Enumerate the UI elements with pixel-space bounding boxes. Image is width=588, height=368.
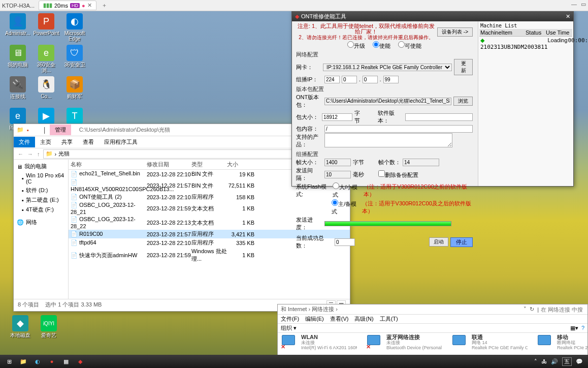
- hd-badge: HD: [70, 3, 80, 8]
- network-adapter[interactable]: 联通网络 14Realtek PCIe GbE Family Contr...: [452, 335, 528, 350]
- col-size[interactable]: 大小: [227, 161, 257, 168]
- tray-caret-icon[interactable]: ˄: [534, 358, 537, 365]
- delete-backup-checkbox[interactable]: 删除备份配置: [378, 170, 418, 179]
- tree-drive-d[interactable]: ▪软件 (D:): [16, 186, 66, 195]
- pkg-path-input[interactable]: [324, 98, 451, 105]
- tree-computer[interactable]: 🖥我的电脑: [16, 162, 66, 171]
- success-count: [335, 238, 355, 246]
- taskbar: ⊞ 📁 ◐ ● ▦ ◆ ˄ 🖧 🔊 五 💬: [0, 355, 588, 368]
- col-type[interactable]: 类型: [191, 161, 227, 168]
- desktop-icon-360safe[interactable]: 🛡36安全卫: [61, 45, 88, 75]
- forward-button[interactable]: →: [26, 151, 34, 157]
- side-icon-iqiyi[interactable]: iQIYI爱奇艺: [37, 315, 61, 338]
- nic-select[interactable]: IP:192.168.1.2 Realtek PCIe GbE Family C…: [323, 64, 452, 71]
- pkg-content-input[interactable]: [324, 125, 473, 133]
- start-button[interactable]: 启动: [429, 237, 448, 247]
- menu-tools[interactable]: 工具(T): [380, 315, 398, 323]
- mcast-ip-2[interactable]: [342, 76, 357, 83]
- task-app2[interactable]: ◆: [73, 356, 87, 367]
- machine-row[interactable]: ◆ 2102313UBJNDM2003811 Loading 00:00:00: [479, 37, 572, 51]
- tray-vol-icon[interactable]: 🔊: [551, 358, 558, 365]
- browse-button[interactable]: 浏览: [453, 97, 473, 106]
- close-icon[interactable]: ✕: [87, 2, 92, 9]
- tray-net-icon[interactable]: 🖧: [541, 358, 547, 364]
- radio-upgrade[interactable]: 升级: [347, 43, 365, 49]
- search-input[interactable]: [539, 306, 584, 313]
- view-button[interactable]: ▦▾: [570, 325, 578, 331]
- task-edge[interactable]: ◐: [30, 356, 45, 367]
- menu-advanced[interactable]: 高级(N): [354, 315, 373, 323]
- tree-drive-e[interactable]: ▪第二硬盘 (E:): [16, 195, 66, 205]
- radio-flash1[interactable]: 大/小模式: [333, 182, 362, 199]
- network-adapter[interactable]: 移动断网终端Realtek PCIe 2.5GbE Family Co...: [538, 335, 588, 350]
- back-button[interactable]: ←: [17, 151, 24, 157]
- desktop-icon-admin[interactable]: 👤Administr...: [4, 13, 31, 44]
- menu-edit[interactable]: 编辑(E): [305, 315, 324, 323]
- maximize-button[interactable]: ▭: [581, 1, 586, 8]
- col-name[interactable]: 名称: [71, 161, 147, 168]
- file-icon: 📄: [71, 202, 78, 209]
- desktop-icon-qq[interactable]: 🐧Co...: [32, 76, 60, 107]
- radio-can-enable[interactable]: 可使能: [398, 43, 421, 49]
- mcast-ip-4[interactable]: [383, 76, 399, 83]
- organize-button[interactable]: 组织 ▾: [281, 324, 297, 332]
- help-button[interactable]: ?: [581, 325, 584, 331]
- radio-enable[interactable]: 使能: [373, 43, 390, 49]
- desktop-icon-360browser[interactable]: e360安全浏...: [32, 45, 60, 75]
- menu-view[interactable]: 查看(V): [330, 315, 349, 323]
- device-list-button[interactable]: 设备列表 ->: [437, 27, 473, 37]
- task-chrome[interactable]: ●: [45, 356, 59, 367]
- refresh-button[interactable]: ↻: [530, 306, 534, 313]
- tree-drive-c[interactable]: ▪Win 10 Pro x64 (C: [16, 171, 66, 186]
- network-adapter[interactable]: ✕蓝牙网络连接未连接Bluetooth Device (Personal Ar.…: [367, 335, 442, 350]
- up-button[interactable]: ↑: [36, 151, 41, 157]
- mcast-ip-1[interactable]: [324, 76, 340, 83]
- frame-count-input[interactable]: [403, 159, 439, 166]
- tool-tab[interactable]: 管理: [50, 125, 71, 135]
- radio-flash2[interactable]: 主/备模式: [332, 199, 360, 216]
- minimize-button[interactable]: —: [571, 1, 577, 8]
- system-tray[interactable]: ˄ 🖧 🔊 五 💬: [534, 357, 586, 366]
- close-icon[interactable]: ✕: [566, 13, 570, 20]
- label-flash: 系统Flash模式:: [296, 183, 331, 198]
- frame-size-input[interactable]: [324, 159, 351, 166]
- desktop-icon-edge[interactable]: ◐Microsoft Edge: [61, 13, 88, 44]
- breadcrumb[interactable]: 光猫: [58, 150, 70, 158]
- desktop-icon-computer[interactable]: 🖥我的电脑: [4, 45, 31, 75]
- desktop-icon-app3[interactable]: 📦购财军: [61, 76, 88, 107]
- tree-network[interactable]: 🌐网络: [16, 218, 66, 227]
- browser-tab[interactable]: ▮▮▮ 20ms HD ● ✕: [39, 1, 96, 10]
- file-icon: 📄: [71, 252, 78, 259]
- ime-indicator[interactable]: 五: [562, 357, 572, 366]
- address-bar[interactable]: 📁 › 光猫 ˅: [43, 149, 313, 159]
- tab-app-tools[interactable]: 应用程序工具: [99, 137, 143, 147]
- network-adapter[interactable]: ✕WLAN未连接Intel(R) Wi-Fi 6 AX201 160MHz: [282, 335, 357, 350]
- refresh-nic-button[interactable]: 更新: [454, 59, 473, 75]
- task-app1[interactable]: ▦: [59, 356, 73, 367]
- action-center-icon[interactable]: 💬: [576, 358, 583, 365]
- supported-textarea[interactable]: [324, 133, 452, 147]
- interval-input[interactable]: [324, 171, 351, 178]
- breadcrumb[interactable]: 和 Internet › 网络连接 ›: [281, 305, 338, 313]
- adapter-icon: ✕: [367, 335, 383, 349]
- mcast-ip-3[interactable]: [363, 76, 378, 83]
- netconn-address[interactable]: 和 Internet › 网络连接 › ˅ ↻ |: [278, 304, 587, 315]
- tree-drive-f[interactable]: ▪4T硬盘 (F:): [16, 205, 66, 214]
- tab-file[interactable]: 文件: [14, 137, 35, 147]
- start-button[interactable]: ⊞: [2, 356, 16, 367]
- tab-view[interactable]: 查看: [78, 137, 99, 147]
- tab-home[interactable]: 主页: [35, 137, 56, 147]
- stop-button[interactable]: 停止: [450, 237, 473, 247]
- col-date[interactable]: 修改日期: [147, 161, 191, 168]
- desktop-icon-powerpoint[interactable]: PPowerPoint: [32, 13, 60, 44]
- pkg-size-input[interactable]: [322, 113, 352, 121]
- task-explorer[interactable]: 📁: [16, 356, 30, 367]
- new-tab-button[interactable]: ＋: [99, 1, 110, 10]
- tab-share[interactable]: 共享: [56, 137, 78, 147]
- desktop-icon-cable[interactable]: 🔌连接线: [4, 76, 31, 107]
- swver-input[interactable]: [405, 113, 473, 121]
- menu-file[interactable]: 文件(F): [281, 315, 299, 323]
- app-icon: ◆: [295, 13, 299, 20]
- side-icon-disk[interactable]: ◆本地磁盘: [8, 315, 32, 338]
- ont-titlebar[interactable]: ◆ ONT维修使能工具 ✕: [292, 11, 573, 21]
